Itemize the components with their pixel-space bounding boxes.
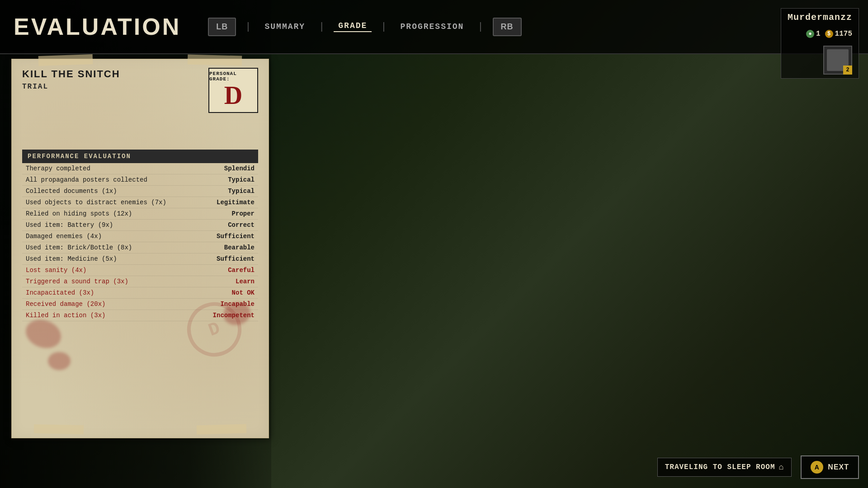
document-content: KILL THE SNITCH TRIAL PERSONAL GRADE: D … [11,59,269,330]
nav-sep-2: | [310,21,334,33]
travel-info: TRAVELING TO SLEEP ROOM ⌂ [657,458,792,477]
tab-progression[interactable]: PROGRESSION [396,22,469,31]
eval-desc: Killed in action (3x) [26,312,105,319]
eval-rating: Incompetent [213,312,255,319]
tab-summary[interactable]: SUMMARY [260,22,310,31]
eval-row: All propaganda posters collectedTypical [22,174,258,186]
eval-rating: Legitimate [217,199,255,206]
gold-currency-icon: $ [825,30,833,38]
username: Murdermanzz [788,12,852,23]
next-button[interactable]: A NEXT [801,455,859,479]
tape-strip-top-left [38,54,93,66]
eval-rating: Splendid [224,165,255,172]
currency-green-item: ● 1 [806,30,821,38]
eval-rating: Typical [228,176,255,183]
eval-desc: Therapy completed [26,165,90,172]
eval-rating: Not OK [232,289,255,296]
avatar-badge: 2 [843,66,852,75]
eval-rating: Correct [228,221,255,229]
currency-gold-value: 1175 [835,30,852,38]
tape-strip-bottom-right [197,424,246,435]
nav-sep-1: | [236,21,260,33]
eval-desc: Used item: Battery (9x) [26,221,113,229]
lb-button[interactable]: LB [208,18,236,36]
tab-grade[interactable]: GRADE [334,21,372,32]
eval-rating: Careful [228,267,255,274]
eval-desc: Relied on hiding spots (12x) [26,210,132,217]
tape-strip-top-right [188,54,242,66]
eval-row: Received damage (20x)Incapable [22,299,258,310]
nav-sep-3: | [372,21,396,33]
bottom-navigation: TRAVELING TO SLEEP ROOM ⌂ A NEXT [657,455,859,479]
tape-strip-bottom-left [34,424,84,434]
eval-row: Therapy completedSplendid [22,163,258,174]
performance-section: PERFORMANCE EVALUATION Therapy completed… [22,150,258,321]
avatar-box[interactable]: 2 [823,46,852,75]
eval-rating: Sufficient [217,255,255,263]
currency-gold-item: $ 1175 [825,30,852,38]
eval-rating: Proper [232,210,255,217]
green-currency-icon: ● [806,30,814,38]
nav-tabs: LB | SUMMARY | GRADE | PROGRESSION | RB [208,18,854,36]
grade-label: PERSONAL GRADE: [209,71,257,82]
eval-rating: Bearable [224,244,255,251]
eval-row: Triggered a sound trap (3x)Learn [22,276,258,287]
eval-row: Used objects to distract enemies (7x)Leg… [22,197,258,208]
eval-desc: Received damage (20x) [26,300,105,308]
eval-desc: Damaged enemies (4x) [26,233,102,240]
nav-sep-4: | [468,21,492,33]
eval-rating: Learn [236,278,255,285]
eval-row: Used item: Brick/Bottle (8x)Bearable [22,242,258,253]
eval-rating: Typical [228,188,255,195]
eval-row: Killed in action (3x)Incompetent [22,310,258,321]
top-bar: EVALUATION LB | SUMMARY | GRADE | PROGRE… [0,0,868,54]
user-info-panel: Murdermanzz ● 1 $ 1175 2 [781,8,859,79]
page-title: EVALUATION [14,13,181,40]
currency-row: ● 1 $ 1175 [806,30,852,38]
eval-rows-container: Therapy completedSplendidAll propaganda … [22,163,258,321]
eval-rating: Sufficient [217,233,255,240]
eval-row: Relied on hiding spots (12x)Proper [22,208,258,220]
travel-text: TRAVELING TO SLEEP ROOM [665,463,775,471]
eval-row: Used item: Battery (9x)Correct [22,220,258,231]
eval-desc: Incapacitated (3x) [26,289,94,296]
eval-desc: Triggered a sound trap (3x) [26,278,128,285]
eval-desc: Used item: Brick/Bottle (8x) [26,244,132,251]
eval-row: Collected documents (1x)Typical [22,186,258,197]
eval-row: Used item: Medicine (5x)Sufficient [22,253,258,265]
home-icon: ⌂ [779,463,784,472]
performance-header: PERFORMANCE EVALUATION [22,150,258,163]
next-button-label: NEXT [828,463,849,471]
eval-desc: All propaganda posters collected [26,176,147,183]
eval-desc: Used item: Medicine (5x) [26,255,117,263]
eval-row: Incapacitated (3x)Not OK [22,287,258,299]
eval-rating: Incapable [220,300,255,308]
currency-green-value: 1 [816,30,821,38]
eval-row: Damaged enemies (4x)Sufficient [22,231,258,242]
eval-row: Lost sanity (4x)Careful [22,265,258,276]
rb-button[interactable]: RB [493,18,522,36]
eval-desc: Used objects to distract enemies (7x) [26,199,166,206]
grade-box: PERSONAL GRADE: D [208,68,258,113]
document-container: D KILL THE SNITCH TRIAL PERSONAL GRADE: … [11,59,269,438]
eval-desc: Lost sanity (4x) [26,267,86,274]
blood-stain-2 [48,352,71,370]
eval-desc: Collected documents (1x) [26,188,117,195]
next-button-circle: A [811,461,823,474]
grade-letter: D [224,83,242,108]
